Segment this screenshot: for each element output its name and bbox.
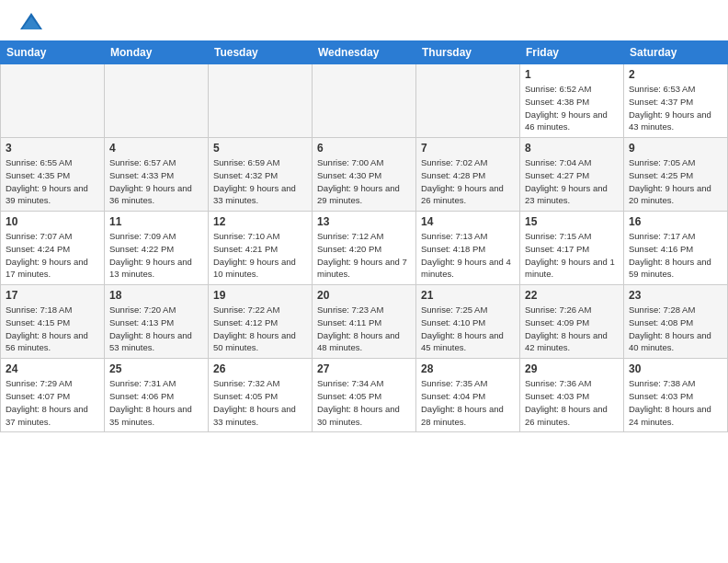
day-info: Sunrise: 7:26 AM Sunset: 4:09 PM Dayligh… <box>525 304 619 354</box>
table-row: 2Sunrise: 6:53 AM Sunset: 4:37 PM Daylig… <box>624 64 728 138</box>
calendar-week-4: 17Sunrise: 7:18 AM Sunset: 4:15 PM Dayli… <box>1 285 728 359</box>
day-number: 2 <box>629 68 722 81</box>
table-row: 1Sunrise: 6:52 AM Sunset: 4:38 PM Daylig… <box>520 64 624 138</box>
table-row: 6Sunrise: 7:00 AM Sunset: 4:30 PM Daylig… <box>313 138 416 212</box>
table-row: 14Sunrise: 7:13 AM Sunset: 4:18 PM Dayli… <box>416 212 520 285</box>
day-number: 11 <box>109 215 203 228</box>
table-row: 22Sunrise: 7:26 AM Sunset: 4:09 PM Dayli… <box>520 285 624 359</box>
day-number: 6 <box>317 142 411 155</box>
day-number: 10 <box>6 215 99 228</box>
day-info: Sunrise: 6:57 AM Sunset: 4:33 PM Dayligh… <box>109 156 203 207</box>
table-row: 11Sunrise: 7:09 AM Sunset: 4:22 PM Dayli… <box>105 212 209 285</box>
col-wednesday: Wednesday <box>313 41 416 64</box>
day-info: Sunrise: 7:32 AM Sunset: 4:05 PM Dayligh… <box>213 377 307 428</box>
table-row: 18Sunrise: 7:20 AM Sunset: 4:13 PM Dayli… <box>105 285 209 359</box>
table-row: 8Sunrise: 7:04 AM Sunset: 4:27 PM Daylig… <box>520 138 624 212</box>
table-row: 10Sunrise: 7:07 AM Sunset: 4:24 PM Dayli… <box>1 212 105 285</box>
table-row: 25Sunrise: 7:31 AM Sunset: 4:06 PM Dayli… <box>105 359 209 432</box>
table-row <box>313 64 416 138</box>
page-header <box>0 0 728 40</box>
table-row: 5Sunrise: 6:59 AM Sunset: 4:32 PM Daylig… <box>209 138 313 212</box>
day-info: Sunrise: 7:05 AM Sunset: 4:25 PM Dayligh… <box>629 156 722 207</box>
day-number: 30 <box>629 362 722 375</box>
table-row: 19Sunrise: 7:22 AM Sunset: 4:12 PM Dayli… <box>209 285 313 359</box>
logo-icon <box>18 11 44 33</box>
day-number: 8 <box>525 142 619 155</box>
table-row: 21Sunrise: 7:25 AM Sunset: 4:10 PM Dayli… <box>416 285 520 359</box>
table-row <box>105 64 209 138</box>
day-info: Sunrise: 7:18 AM Sunset: 4:15 PM Dayligh… <box>6 304 99 354</box>
day-number: 29 <box>525 362 619 375</box>
day-number: 14 <box>421 215 515 228</box>
day-info: Sunrise: 7:23 AM Sunset: 4:11 PM Dayligh… <box>317 304 411 354</box>
day-number: 16 <box>629 215 722 228</box>
day-number: 18 <box>109 289 203 302</box>
day-number: 9 <box>629 142 722 155</box>
calendar-week-2: 3Sunrise: 6:55 AM Sunset: 4:35 PM Daylig… <box>1 138 728 212</box>
table-row: 20Sunrise: 7:23 AM Sunset: 4:11 PM Dayli… <box>313 285 416 359</box>
table-row: 17Sunrise: 7:18 AM Sunset: 4:15 PM Dayli… <box>1 285 105 359</box>
table-row: 29Sunrise: 7:36 AM Sunset: 4:03 PM Dayli… <box>520 359 624 432</box>
col-saturday: Saturday <box>624 41 728 64</box>
day-info: Sunrise: 6:55 AM Sunset: 4:35 PM Dayligh… <box>6 156 99 207</box>
day-number: 12 <box>213 215 307 228</box>
day-number: 24 <box>6 362 99 375</box>
day-number: 13 <box>317 215 411 228</box>
table-row: 16Sunrise: 7:17 AM Sunset: 4:16 PM Dayli… <box>624 212 728 285</box>
day-info: Sunrise: 7:02 AM Sunset: 4:28 PM Dayligh… <box>421 156 515 207</box>
day-number: 17 <box>6 289 99 302</box>
day-info: Sunrise: 7:10 AM Sunset: 4:21 PM Dayligh… <box>213 230 307 281</box>
table-row: 4Sunrise: 6:57 AM Sunset: 4:33 PM Daylig… <box>105 138 209 212</box>
day-info: Sunrise: 7:25 AM Sunset: 4:10 PM Dayligh… <box>421 304 515 354</box>
col-monday: Monday <box>105 41 209 64</box>
day-number: 5 <box>213 142 307 155</box>
calendar-week-3: 10Sunrise: 7:07 AM Sunset: 4:24 PM Dayli… <box>1 212 728 285</box>
col-sunday: Sunday <box>1 41 105 64</box>
day-info: Sunrise: 7:28 AM Sunset: 4:08 PM Dayligh… <box>629 304 722 354</box>
day-number: 1 <box>525 68 619 81</box>
table-row: 7Sunrise: 7:02 AM Sunset: 4:28 PM Daylig… <box>416 138 520 212</box>
day-info: Sunrise: 7:09 AM Sunset: 4:22 PM Dayligh… <box>109 230 203 281</box>
day-info: Sunrise: 6:53 AM Sunset: 4:37 PM Dayligh… <box>629 83 722 133</box>
day-info: Sunrise: 7:22 AM Sunset: 4:12 PM Dayligh… <box>213 304 307 354</box>
calendar-week-1: 1Sunrise: 6:52 AM Sunset: 4:38 PM Daylig… <box>1 64 728 138</box>
table-row <box>1 64 105 138</box>
table-row: 23Sunrise: 7:28 AM Sunset: 4:08 PM Dayli… <box>624 285 728 359</box>
day-info: Sunrise: 6:59 AM Sunset: 4:32 PM Dayligh… <box>213 156 307 207</box>
table-row <box>209 64 313 138</box>
table-row: 24Sunrise: 7:29 AM Sunset: 4:07 PM Dayli… <box>1 359 105 432</box>
col-thursday: Thursday <box>416 41 520 64</box>
day-info: Sunrise: 7:04 AM Sunset: 4:27 PM Dayligh… <box>525 156 619 207</box>
day-info: Sunrise: 7:12 AM Sunset: 4:20 PM Dayligh… <box>317 230 411 281</box>
day-info: Sunrise: 7:17 AM Sunset: 4:16 PM Dayligh… <box>629 230 722 281</box>
day-number: 4 <box>109 142 203 155</box>
table-row: 3Sunrise: 6:55 AM Sunset: 4:35 PM Daylig… <box>1 138 105 212</box>
day-number: 20 <box>317 289 411 302</box>
table-row: 13Sunrise: 7:12 AM Sunset: 4:20 PM Dayli… <box>313 212 416 285</box>
day-info: Sunrise: 7:20 AM Sunset: 4:13 PM Dayligh… <box>109 304 203 354</box>
calendar-week-5: 24Sunrise: 7:29 AM Sunset: 4:07 PM Dayli… <box>1 359 728 432</box>
table-row: 12Sunrise: 7:10 AM Sunset: 4:21 PM Dayli… <box>209 212 313 285</box>
table-row: 26Sunrise: 7:32 AM Sunset: 4:05 PM Dayli… <box>209 359 313 432</box>
logo <box>15 11 44 33</box>
day-number: 27 <box>317 362 411 375</box>
day-number: 23 <box>629 289 722 302</box>
day-info: Sunrise: 7:00 AM Sunset: 4:30 PM Dayligh… <box>317 156 411 207</box>
day-info: Sunrise: 7:31 AM Sunset: 4:06 PM Dayligh… <box>109 377 203 428</box>
day-info: Sunrise: 7:07 AM Sunset: 4:24 PM Dayligh… <box>6 230 99 281</box>
day-number: 7 <box>421 142 515 155</box>
day-number: 26 <box>213 362 307 375</box>
table-row: 28Sunrise: 7:35 AM Sunset: 4:04 PM Dayli… <box>416 359 520 432</box>
table-row: 9Sunrise: 7:05 AM Sunset: 4:25 PM Daylig… <box>624 138 728 212</box>
day-info: Sunrise: 7:15 AM Sunset: 4:17 PM Dayligh… <box>525 230 619 281</box>
day-info: Sunrise: 7:35 AM Sunset: 4:04 PM Dayligh… <box>421 377 515 428</box>
table-row <box>416 64 520 138</box>
day-info: Sunrise: 7:34 AM Sunset: 4:05 PM Dayligh… <box>317 377 411 428</box>
calendar-table: Sunday Monday Tuesday Wednesday Thursday… <box>0 40 728 432</box>
day-info: Sunrise: 7:29 AM Sunset: 4:07 PM Dayligh… <box>6 377 99 428</box>
calendar-header-row: Sunday Monday Tuesday Wednesday Thursday… <box>1 41 728 64</box>
day-info: Sunrise: 7:36 AM Sunset: 4:03 PM Dayligh… <box>525 377 619 428</box>
day-number: 22 <box>525 289 619 302</box>
table-row: 30Sunrise: 7:38 AM Sunset: 4:03 PM Dayli… <box>624 359 728 432</box>
day-number: 21 <box>421 289 515 302</box>
